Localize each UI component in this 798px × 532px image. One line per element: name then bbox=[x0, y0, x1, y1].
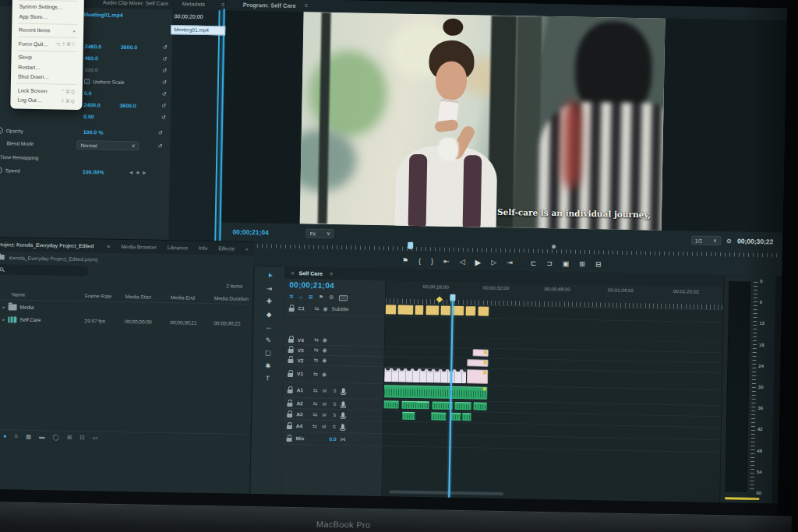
prev-keyframe-icon[interactable]: ◀ bbox=[129, 169, 133, 174]
tab-effects[interactable]: Effects bbox=[218, 245, 235, 251]
fx-badge-opacity[interactable]: fx bbox=[0, 127, 3, 134]
snap-icon[interactable]: ✲ bbox=[289, 294, 294, 300]
add-keyframe-icon[interactable]: ◆ bbox=[136, 169, 139, 174]
track-lock-icon[interactable] bbox=[287, 437, 292, 441]
lift-button[interactable]: ⊏ bbox=[531, 259, 537, 267]
new-item-button[interactable]: ⊡ bbox=[79, 434, 84, 441]
column-header-frame-rate[interactable]: Frame Rate bbox=[85, 293, 125, 299]
mute-button[interactable]: M bbox=[321, 412, 327, 417]
sync-lock-icon[interactable]: ⇆ bbox=[313, 387, 318, 393]
mute-button[interactable]: M bbox=[322, 388, 328, 393]
zoom-slider[interactable]: ▬ bbox=[39, 433, 45, 440]
mark-in-button[interactable]: { bbox=[418, 257, 421, 265]
reset-position-icon[interactable]: ↺ bbox=[163, 44, 168, 51]
go-to-out-button[interactable]: ⇥ bbox=[507, 259, 513, 266]
add-marker-button[interactable]: ⚑ bbox=[402, 257, 408, 265]
tab-audio-clip-mixer[interactable]: Audio Clip Mixer: Self Care bbox=[103, 0, 168, 6]
anchor-point-value-y[interactable]: 3600.0 bbox=[119, 102, 152, 108]
timeline-panel-menu-icon[interactable]: ≡ bbox=[330, 271, 333, 277]
icon-view-button[interactable]: ▦ bbox=[26, 433, 31, 440]
audio-clip[interactable] bbox=[462, 413, 471, 421]
video-clip[interactable] bbox=[467, 369, 489, 384]
mute-button[interactable]: M bbox=[321, 401, 327, 406]
panel-menu-icon[interactable]: ≡ bbox=[221, 2, 224, 7]
menu-item-app-store[interactable]: App Store… bbox=[12, 11, 83, 22]
type-tool[interactable]: T bbox=[266, 373, 270, 382]
program-panel-menu-icon[interactable]: ≡ bbox=[305, 2, 308, 9]
mute-button[interactable]: M bbox=[321, 424, 327, 428]
track-output-icon[interactable]: ◉ bbox=[323, 305, 327, 312]
keyframe-nav[interactable]: ◀◆▶ bbox=[129, 169, 147, 174]
settings-wrench-icon[interactable]: ⚙ bbox=[726, 238, 732, 245]
slip-tool[interactable]: ↔ bbox=[265, 322, 272, 331]
sync-lock-icon[interactable]: ⇆ bbox=[315, 305, 320, 312]
insert-button[interactable]: ⊞ bbox=[579, 260, 585, 268]
reset-blend-icon[interactable]: ↺ bbox=[157, 143, 162, 150]
disclosure-icon[interactable]: ▸ bbox=[2, 316, 5, 322]
tab-info[interactable]: Info bbox=[199, 245, 207, 251]
tab-libraries[interactable]: Libraries bbox=[168, 245, 188, 250]
rectangle-tool[interactable]: ▢ bbox=[265, 347, 271, 357]
sync-lock-icon[interactable]: ⇆ bbox=[312, 400, 317, 407]
mix-value[interactable]: 0.0 bbox=[330, 436, 337, 442]
speed-value[interactable]: 100.00% bbox=[83, 169, 115, 175]
menu-item-recent-items[interactable]: Recent Items▸ bbox=[12, 25, 83, 36]
playback-resolution-dropdown[interactable]: 1/2∨ bbox=[691, 235, 721, 245]
audio-clip[interactable] bbox=[431, 412, 447, 420]
voiceover-mic-icon[interactable] bbox=[342, 388, 345, 393]
track-lock-icon[interactable] bbox=[288, 339, 294, 343]
linked-selection-icon[interactable]: ∩ bbox=[299, 294, 303, 300]
next-keyframe-icon[interactable]: ▶ bbox=[143, 170, 147, 175]
subtitle-clip[interactable] bbox=[398, 305, 414, 315]
solo-button[interactable]: S bbox=[331, 412, 337, 417]
track-lock-icon[interactable] bbox=[287, 425, 292, 428]
column-header-name[interactable]: Name bbox=[0, 291, 85, 298]
rotation-value[interactable]: 0.0 bbox=[84, 90, 117, 97]
tab-overflow-icon[interactable]: » bbox=[245, 246, 249, 252]
track-lock-icon[interactable] bbox=[289, 307, 295, 311]
tab-project[interactable]: Project: Kenola_Everyday Project_Edited bbox=[0, 241, 94, 248]
audio-clip[interactable] bbox=[383, 400, 400, 408]
audio-clip[interactable] bbox=[402, 401, 430, 410]
reset-scale-icon[interactable]: ↺ bbox=[162, 56, 167, 62]
sync-lock-icon[interactable]: ⇆ bbox=[314, 347, 319, 354]
zoom-level-dropdown[interactable]: Fit∨ bbox=[306, 228, 334, 238]
column-header-media-end[interactable]: Media End bbox=[171, 294, 214, 301]
program-timecode[interactable]: 00;00;21;04 bbox=[232, 228, 268, 237]
ec-clip-name[interactable]: Meeting01.mp4 bbox=[83, 12, 123, 18]
mark-out-button[interactable]: } bbox=[431, 257, 433, 265]
scale-value[interactable]: 460.0 bbox=[84, 55, 117, 62]
project-panel-menu-icon[interactable]: ≡ bbox=[107, 244, 110, 249]
reset-anti-flicker-filter-icon[interactable]: ↺ bbox=[161, 115, 166, 121]
audio-clip[interactable] bbox=[450, 413, 461, 421]
uniform-scale-checkbox[interactable]: ✓ bbox=[84, 79, 90, 84]
menu-item-shut-down[interactable]: Shut Down… bbox=[11, 72, 83, 83]
new-bin-button[interactable]: ⊞ bbox=[67, 434, 72, 441]
solo-button[interactable]: S bbox=[332, 388, 338, 393]
timeline-content[interactable]: 00;00;16;0000;00;32;0000;00;48;0000;01;0… bbox=[382, 280, 723, 502]
reset-scale-width-icon[interactable]: ↺ bbox=[162, 68, 167, 74]
track-lock-icon[interactable] bbox=[288, 359, 293, 363]
sync-lock-icon[interactable]: ⇆ bbox=[313, 371, 318, 377]
captions-badge[interactable]: CC bbox=[339, 295, 348, 301]
position-value[interactable]: 2460.0 bbox=[85, 44, 118, 50]
track-output-icon[interactable]: ◉ bbox=[322, 371, 327, 377]
track-output-icon[interactable]: ◉ bbox=[322, 358, 327, 364]
tab-metadata[interactable]: Metadata bbox=[182, 1, 205, 7]
subtitle-clip[interactable] bbox=[441, 306, 451, 315]
blend-mode-dropdown[interactable]: Normal∨ bbox=[76, 140, 139, 150]
video-clip[interactable] bbox=[472, 349, 489, 356]
anti-flicker-filter-value[interactable]: 0.00 bbox=[83, 114, 116, 120]
horizontal-scrollbar[interactable] bbox=[389, 490, 503, 495]
track-select-forward-tool[interactable]: ⇥ bbox=[267, 284, 272, 293]
program-playhead[interactable] bbox=[408, 242, 413, 249]
track-header-v1[interactable]: V1⇆◉ bbox=[283, 365, 383, 384]
subtitle-clip[interactable] bbox=[415, 305, 424, 315]
step-forward-button[interactable]: ▷ bbox=[491, 259, 496, 266]
ripple-edit-tool[interactable]: ✚ bbox=[267, 296, 272, 305]
audio-clip[interactable] bbox=[384, 385, 489, 399]
audio-clip[interactable] bbox=[473, 402, 487, 410]
sequence-tab[interactable]: Self Care bbox=[299, 270, 323, 277]
status-blue-icon[interactable]: ● bbox=[3, 432, 7, 439]
opacity-value[interactable]: 100.0 % bbox=[83, 129, 116, 136]
